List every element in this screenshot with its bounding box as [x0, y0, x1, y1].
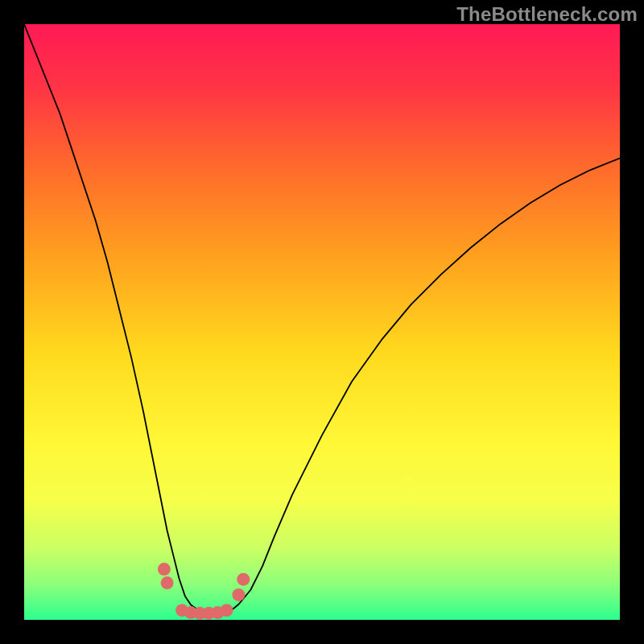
marker-point [237, 573, 250, 586]
chart-svg [24, 24, 620, 620]
plot-area [24, 24, 620, 620]
gradient-background [24, 24, 620, 620]
marker-point [221, 604, 233, 617]
chart-frame: TheBottleneck.com [0, 0, 644, 644]
marker-point [161, 576, 174, 589]
marker-point [158, 563, 171, 576]
marker-point [232, 588, 245, 601]
watermark-text: TheBottleneck.com [456, 3, 638, 26]
